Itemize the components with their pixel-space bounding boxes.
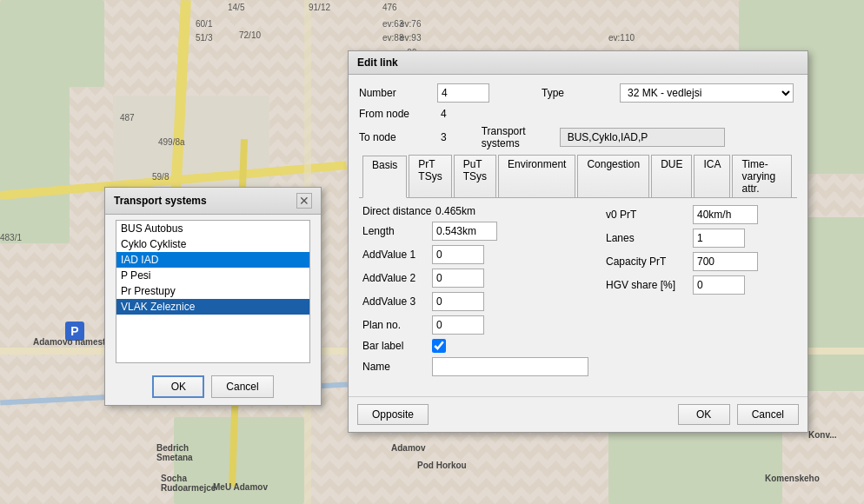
number-row: Number Type 32 MK - vedlejsi <box>359 83 797 103</box>
type-label: Type <box>542 87 620 99</box>
map-num-499: 499/8a <box>158 137 185 147</box>
opposite-button[interactable]: Opposite <box>357 404 429 425</box>
transport-list: BUS Autobus Cyklo Cykliste IAD IAD P Pes… <box>116 220 310 363</box>
map-num-483: 483/1 <box>0 233 22 242</box>
transport-cancel-button[interactable]: Cancel <box>211 375 273 398</box>
lanes-label: Lanes <box>606 232 693 244</box>
edit-link-cancel-button[interactable]: Cancel <box>737 404 799 425</box>
addvalue3-input[interactable] <box>432 292 484 311</box>
place-pod-horkou: Pod Horkou <box>417 461 467 470</box>
addvalue3-label: AddValue 3 <box>362 295 432 308</box>
bar-label-row: Bar label <box>362 339 588 353</box>
capacity-input[interactable] <box>693 252 758 271</box>
name-input[interactable] <box>432 357 588 376</box>
edit-link-ok-button[interactable]: OK <box>678 404 730 425</box>
name-label: Name <box>362 361 432 373</box>
place-socha: SochaRudoarmejce <box>161 474 216 493</box>
transport-systems-dialog: Transport systems ✕ BUS Autobus Cyklo Cy… <box>104 187 322 406</box>
transport-item-iad[interactable]: IAD IAD <box>116 252 309 268</box>
transport-ok-button[interactable]: OK <box>152 375 204 398</box>
tab-ica[interactable]: ICA <box>694 155 730 197</box>
edit-link-dialog: Edit link Number Type 32 MK - vedlejsi F… <box>348 50 808 433</box>
from-node-value: 4 <box>441 108 447 120</box>
number-input[interactable] <box>437 83 489 103</box>
edit-link-bottom-buttons: Opposite OK Cancel <box>349 396 808 432</box>
map-num-4: 60/1 <box>196 19 212 29</box>
basis-left-col: Direct distance 0.465km Length AddValue … <box>362 205 588 381</box>
tabs: Basis PrT TSys PuT TSys Environment Cong… <box>359 155 797 198</box>
type-select[interactable]: 32 MK - vedlejsi <box>620 83 794 103</box>
map-num-3: 476 <box>382 3 397 12</box>
addvalue2-input[interactable] <box>432 269 484 288</box>
v0-prt-input[interactable] <box>693 205 758 224</box>
addvalue3-row: AddValue 3 <box>362 292 588 311</box>
to-node-value: 3 <box>441 131 447 143</box>
transport-item-prestupy[interactable]: Pr Prestupy <box>116 283 309 299</box>
bar-label-label: Bar label <box>362 340 432 352</box>
transport-item-vlak[interactable]: VLAK Zeleznice <box>116 299 309 315</box>
addvalue2-row: AddValue 2 <box>362 269 588 288</box>
place-konv: Konv... <box>808 430 837 440</box>
capacity-label: Capacity PrT <box>606 255 693 268</box>
map-num-6: 72/10 <box>239 30 261 40</box>
addvalue1-input[interactable] <box>432 245 484 264</box>
length-label: Length <box>362 225 432 237</box>
lanes-input[interactable] <box>693 229 745 248</box>
addvalue1-row: AddValue 1 <box>362 245 588 264</box>
length-input[interactable] <box>432 222 497 241</box>
tab-prt-tsys[interactable]: PrT TSys <box>409 155 451 197</box>
map-num-ev93: ev:93 <box>400 33 421 43</box>
map-num-ev110: ev:110 <box>608 33 635 43</box>
tab-basis[interactable]: Basis <box>362 156 407 198</box>
from-node-row: From node 4 <box>359 108 797 120</box>
map-num-1: 14/5 <box>228 3 244 12</box>
edit-link-title-text: Edit link <box>357 56 398 69</box>
addvalue1-label: AddValue 1 <box>362 249 432 261</box>
bar-label-checkbox[interactable] <box>432 339 446 353</box>
lanes-row: Lanes <box>606 229 794 248</box>
number-label: Number <box>359 87 437 99</box>
v0-prt-row: v0 PrT <box>606 205 794 224</box>
length-row: Length <box>362 222 588 241</box>
transport-systems-button[interactable]: BUS,Cyklo,IAD,P <box>560 128 725 147</box>
place-adamovo: Adamovo namesti <box>33 337 108 347</box>
transport-dialog-title: Transport systems ✕ <box>105 188 321 215</box>
tab-congestion[interactable]: Congestion <box>577 155 649 197</box>
transport-systems-label: Transport systems <box>482 125 560 149</box>
transport-dialog-title-text: Transport systems <box>114 195 207 207</box>
map-num-5: 51/3 <box>196 33 212 43</box>
tab-time-varying[interactable]: Time-varying attr. <box>732 155 792 197</box>
edit-link-content: Number Type 32 MK - vedlejsi From node 4… <box>349 75 808 396</box>
map-num-ev76: ev:76 <box>400 19 421 29</box>
edit-link-title: Edit link <box>349 51 808 75</box>
transport-item-pesi[interactable]: P Pesi <box>116 268 309 283</box>
tab-due[interactable]: DUE <box>651 155 692 197</box>
to-node-row: To node 3 Transport systems BUS,Cyklo,IA… <box>359 125 797 149</box>
capacity-row: Capacity PrT <box>606 252 794 271</box>
map-num-487: 487 <box>120 113 135 123</box>
addvalue2-label: AddValue 2 <box>362 272 432 284</box>
basis-tab-content: Direct distance 0.465km Length AddValue … <box>359 198 797 388</box>
tab-environment[interactable]: Environment <box>498 155 575 197</box>
transport-dialog-buttons: OK Cancel <box>105 368 321 405</box>
map-num-2: 91/12 <box>309 3 330 12</box>
transport-dialog-close[interactable]: ✕ <box>296 193 312 209</box>
hgv-input[interactable] <box>693 275 745 295</box>
tab-put-tsys[interactable]: PuT TSys <box>454 155 496 197</box>
plan-no-input[interactable] <box>432 315 484 335</box>
plan-no-row: Plan no. <box>362 315 588 335</box>
v0-prt-label: v0 PrT <box>606 209 693 221</box>
transport-item-bus[interactable]: BUS Autobus <box>116 221 309 236</box>
to-node-label: To node <box>359 131 437 143</box>
transport-item-cyklo[interactable]: Cyklo Cykliste <box>116 236 309 252</box>
direct-distance-row: Direct distance 0.465km <box>362 205 588 217</box>
basis-right-col: v0 PrT Lanes Capacity PrT <box>606 205 794 381</box>
basis-two-col: Direct distance 0.465km Length AddValue … <box>362 205 794 381</box>
direct-distance-label: Direct distance <box>362 205 432 217</box>
plan-no-label: Plan no. <box>362 319 432 331</box>
place-komenskeho: Komenskeho <box>765 474 820 483</box>
from-node-label: From node <box>359 108 437 120</box>
hgv-row: HGV share [%] <box>606 275 794 295</box>
hgv-label: HGV share [%] <box>606 279 693 291</box>
place-meu: MeU Adamov <box>213 482 268 492</box>
